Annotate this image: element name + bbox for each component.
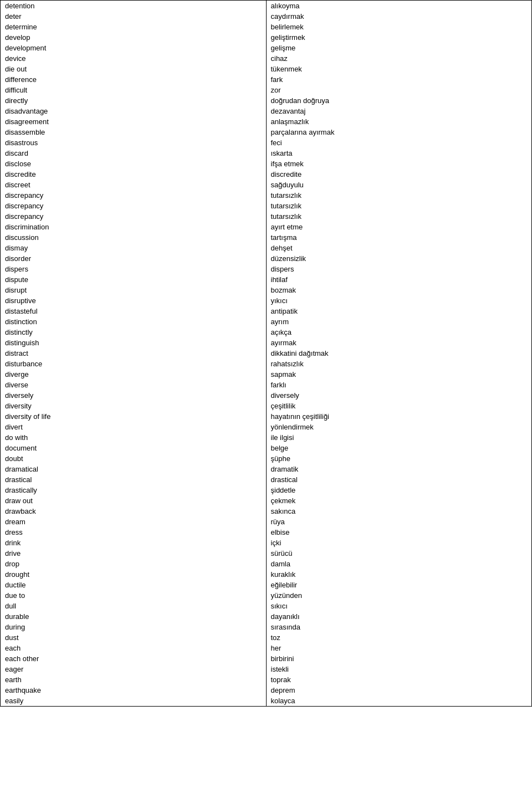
english-term: easily [1, 695, 266, 706]
english-term: eager [1, 664, 266, 674]
turkish-term: ayırmak [266, 337, 531, 348]
turkish-term: toz [266, 632, 531, 643]
english-term: earthquake [1, 685, 266, 695]
turkish-term: parçalarına ayırmak [266, 127, 531, 137]
turkish-term: farklı [266, 380, 531, 390]
table-row: dispersdispers [1, 264, 531, 274]
table-row: duringsırasında [1, 622, 531, 632]
turkish-term: ayrım [266, 316, 531, 327]
turkish-term: cihaz [266, 53, 531, 64]
english-term: due to [1, 590, 266, 601]
turkish-term: rahatsızlık [266, 359, 531, 369]
turkish-term: discredite [266, 169, 531, 180]
turkish-term: belirlemek [266, 22, 531, 32]
english-term: dress [1, 527, 266, 538]
english-term: discrimination [1, 222, 266, 232]
table-row: dresselbise [1, 527, 531, 538]
table-row: difficultzor [1, 85, 531, 95]
english-term: divert [1, 422, 266, 432]
table-row: distinctionayrım [1, 316, 531, 327]
english-term: disrupt [1, 285, 266, 295]
table-row: dismaydehşet [1, 243, 531, 253]
table-row: dullsıkıcı [1, 601, 531, 611]
table-row: differencefark [1, 74, 531, 85]
turkish-term: drastical [266, 474, 531, 485]
table-row: discreetsağduyulu [1, 180, 531, 190]
english-term: disorder [1, 253, 266, 264]
turkish-term: ihtilaf [266, 274, 531, 285]
turkish-term: dikkatini dağıtmak [266, 348, 531, 359]
english-term: disturbance [1, 359, 266, 369]
turkish-term: tartışma [266, 232, 531, 243]
english-term: discreet [1, 180, 266, 190]
english-term: diverge [1, 369, 266, 380]
turkish-term: toprak [266, 674, 531, 685]
table-row: earthtoprak [1, 674, 531, 685]
turkish-term: fark [266, 74, 531, 85]
table-row: disruptiveyıkıcı [1, 295, 531, 306]
table-row: droughtkuraklık [1, 569, 531, 580]
english-term: disassemble [1, 127, 266, 137]
table-row: distinctlyaçıkça [1, 327, 531, 337]
table-row: devicecihaz [1, 53, 531, 64]
table-row: disagreementanlaşmazlık [1, 116, 531, 127]
english-term: distinguish [1, 337, 266, 348]
table-row: drasticaldrastical [1, 474, 531, 485]
english-term: diversity [1, 401, 266, 411]
english-term: dream [1, 516, 266, 527]
english-term: die out [1, 64, 266, 74]
table-row: detentionalıkoyma [1, 1, 531, 11]
table-row: do withile ilgisi [1, 432, 531, 443]
english-term: disagreement [1, 116, 266, 127]
english-term: discrepancy [1, 190, 266, 201]
table-row: drawbacksakınca [1, 506, 531, 516]
turkish-term: geliştirmek [266, 32, 531, 43]
table-row: earthquakedeprem [1, 685, 531, 695]
turkish-term: her [266, 643, 531, 653]
turkish-term: sakınca [266, 506, 531, 516]
table-row: each otherbirbirini [1, 653, 531, 664]
english-term: difference [1, 74, 266, 85]
turkish-term: istekli [266, 664, 531, 674]
english-term: document [1, 443, 266, 453]
english-term: earth [1, 674, 266, 685]
english-term: drop [1, 559, 266, 569]
turkish-term: bozmak [266, 285, 531, 295]
turkish-term: kuraklık [266, 569, 531, 580]
table-row: divergesapmak [1, 369, 531, 380]
english-term: discrepancy [1, 211, 266, 222]
table-row: detercaydırmak [1, 11, 531, 22]
table-row: diversity of lifehayatının çeşitliliği [1, 411, 531, 422]
english-term: draw out [1, 495, 266, 506]
turkish-term: kolayca [266, 695, 531, 706]
table-row: disastrousfeci [1, 137, 531, 148]
vocabulary-table: detentionalıkoymadetercaydırmakdetermine… [0, 0, 532, 707]
table-row: distastefulantipatik [1, 306, 531, 316]
table-row: diverselydiversely [1, 390, 531, 401]
table-row: durabledayanıklı [1, 611, 531, 622]
english-term: drought [1, 569, 266, 580]
english-term: diversely [1, 390, 266, 401]
turkish-term: tutarsızlık [266, 201, 531, 211]
turkish-term: sıkıcı [266, 601, 531, 611]
table-row: determinebelirlemek [1, 22, 531, 32]
english-term: directly [1, 95, 266, 106]
english-term: diverse [1, 380, 266, 390]
turkish-term: antipatik [266, 306, 531, 316]
turkish-term: yıkıcı [266, 295, 531, 306]
turkish-term: caydırmak [266, 11, 531, 22]
english-term: each [1, 643, 266, 653]
turkish-term: ile ilgisi [266, 432, 531, 443]
turkish-term: rüya [266, 516, 531, 527]
turkish-term: feci [266, 137, 531, 148]
english-term: dramatical [1, 464, 266, 474]
english-term: detention [1, 1, 266, 11]
english-term: deter [1, 11, 266, 22]
english-term: drastical [1, 474, 266, 485]
table-row: dusttoz [1, 632, 531, 643]
turkish-term: dayanıklı [266, 611, 531, 622]
table-row: discussiontartışma [1, 232, 531, 243]
turkish-term: belge [266, 443, 531, 453]
turkish-term: yüzünden [266, 590, 531, 601]
turkish-term: tutarsızlık [266, 211, 531, 222]
